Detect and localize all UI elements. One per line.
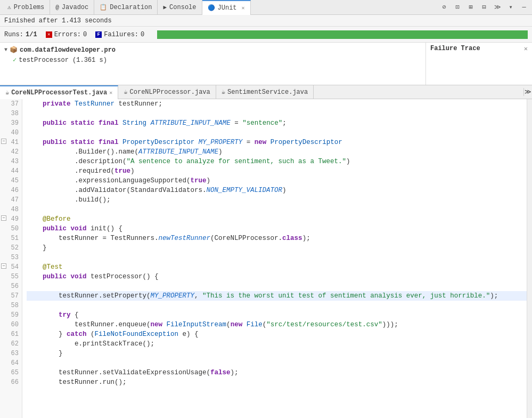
toolbar-overflow[interactable]: ≫ [492, 2, 503, 13]
tab-junit-close[interactable]: ✕ [242, 5, 245, 11]
code-line-62: e.printStackTrace(); [27, 339, 527, 349]
test-panel: ▼ 📦 com.dataflowdeveloper.pro ✓ testProc… [0, 43, 532, 85]
panel-close-icon[interactable]: ✕ [524, 45, 528, 53]
collapse-41[interactable]: − [1, 139, 6, 144]
code-line-40 [27, 128, 527, 138]
console-icon: ▶ [163, 4, 167, 11]
error-icon: ✕ [46, 31, 52, 38]
editor-tab-sentiment[interactable]: ☕ SentimentService.java [216, 85, 314, 99]
errors-value: 0 [83, 31, 87, 38]
tab-javadoc-label: Javadoc [62, 4, 88, 11]
tree-root-label: com.dataflowdeveloper.pro [20, 46, 116, 54]
code-line-43: .description("A sentence to analyze for … [27, 157, 527, 166]
errors-result: ✕ Errors: 0 [46, 31, 87, 38]
tab-problems[interactable]: ⚠ Problems [2, 0, 50, 15]
tab-declaration[interactable]: 📋 Declaration [94, 0, 158, 15]
ln-51: 51 [0, 234, 19, 243]
editor-scrollbar[interactable] [527, 99, 532, 418]
failures-result: F Failures: 0 [95, 31, 144, 38]
code-line-45: .expressionLanguageSupported(true) [27, 176, 527, 186]
code-line-63: } [27, 349, 527, 358]
ln-42: 42 [0, 147, 19, 157]
ln-47: 47 [0, 195, 19, 205]
ln-61: 61 [0, 329, 19, 339]
ln-57: 57 [0, 291, 19, 301]
editor-tab-corenlptest[interactable]: ☕ CoreNLPProcessorTest.java ✕ [0, 85, 118, 99]
toolbar-minimize[interactable]: — [518, 2, 530, 13]
code-line-42: .Builder().name(ATTRIBUTE_INPUT_NAME) [27, 147, 527, 157]
code-line-56 [27, 282, 527, 291]
toolbar-icons: ⊘ ⊡ ⊞ ⊟ ≫ ▾ — [438, 2, 530, 13]
code-line-57: testRunner.setProperty(MY_PROPERTY, "Thi… [27, 291, 527, 301]
tab-console[interactable]: ▶ Console [158, 0, 202, 15]
declaration-icon: 📋 [100, 4, 107, 11]
code-line-50: public void init() { [27, 224, 527, 234]
code-line-54: @Test [27, 262, 527, 272]
toolbar-btn-3[interactable]: ⊞ [465, 2, 477, 13]
code-line-41: public static final PropertyDescriptor M… [27, 138, 527, 147]
toolbar-dropdown[interactable]: ▾ [505, 2, 517, 13]
ln-41: − 41 [0, 138, 19, 147]
ln-44: 44 [0, 166, 19, 176]
javadoc-icon: @ [55, 4, 59, 11]
ln-59: 59 [0, 310, 19, 320]
toolbar-btn-2[interactable]: ⊡ [452, 2, 463, 13]
code-line-58 [27, 301, 527, 310]
code-line-48 [27, 205, 527, 214]
tab-problems-label: Problems [14, 4, 45, 11]
runs-label: Runs: [4, 31, 23, 38]
failure-trace-label: Failure Trace [430, 45, 480, 52]
ln-63: 63 [0, 349, 19, 358]
ln-56: 56 [0, 282, 19, 291]
editor-tab-corenlp[interactable]: ☕ CoreNLPProcessor.java [118, 85, 216, 99]
editor-tab-close-test[interactable]: ✕ [109, 90, 112, 96]
collapse-49[interactable]: − [1, 215, 6, 221]
ln-55: 55 [0, 272, 19, 282]
runs-result: Runs: 1/1 [4, 31, 37, 38]
code-line-52: } [27, 243, 527, 253]
tab-declaration-label: Declaration [110, 4, 152, 11]
code-line-46: .addValidator(StandardValidators.NON_EMP… [27, 186, 527, 195]
test-tree: ▼ 📦 com.dataflowdeveloper.pro ✓ testProc… [0, 43, 425, 85]
code-line-66: testRunner.run(); [27, 377, 527, 387]
code-line-37: private TestRunner testRunner; [27, 99, 527, 109]
ln-39: 39 [0, 118, 19, 128]
status-bar: Finished after 1.413 seconds [0, 15, 532, 27]
code-line-59: try { [27, 310, 527, 320]
collapse-icon[interactable]: ▼ [4, 47, 7, 53]
editor-tab-icon-proc: ☕ [124, 88, 127, 96]
code-area: 37 38 39 40 − 41 42 43 44 45 46 47 48 − … [0, 99, 532, 418]
ln-65: 65 [0, 368, 19, 377]
tab-javadoc[interactable]: @ Javadoc [50, 0, 94, 15]
runs-value: 1/1 [26, 31, 37, 38]
editor-tab-overflow[interactable]: ≫ [523, 88, 532, 96]
tree-root-icon: 📦 [10, 46, 18, 54]
tree-root[interactable]: ▼ 📦 com.dataflowdeveloper.pro [0, 45, 425, 55]
ln-37: 37 [0, 99, 19, 109]
editor-tab-label-test: CoreNLPProcessorTest.java [11, 89, 107, 97]
tree-child-testprocessor[interactable]: ✓ testProcessor (1.361 s) [0, 55, 425, 65]
collapse-54[interactable]: − [1, 263, 6, 269]
tab-console-label: Console [169, 4, 196, 11]
code-content[interactable]: private TestRunner testRunner; public st… [22, 99, 527, 418]
tab-junit-label: JUnit [218, 4, 237, 12]
code-line-64 [27, 358, 527, 368]
failure-icon: F [95, 31, 102, 38]
status-text: Finished after 1.413 seconds [4, 17, 112, 25]
ln-49: − 49 [0, 214, 19, 224]
tab-junit[interactable]: 🔵 JUnit ✕ [202, 0, 251, 15]
code-line-51: testRunner = TestRunners.newTestRunner(C… [27, 234, 527, 243]
editor-tab-label-proc: CoreNLPProcessor.java [130, 89, 210, 96]
results-bar: Runs: 1/1 ✕ Errors: 0 F Failures: 0 [0, 27, 532, 43]
ln-46: 46 [0, 186, 19, 195]
ln-64: 64 [0, 358, 19, 368]
code-line-39: public static final String ATTRIBUTE_INP… [27, 118, 527, 128]
code-line-47: .build(); [27, 195, 527, 205]
ln-38: 38 [0, 109, 19, 118]
code-line-49: @Before [27, 214, 527, 224]
test-pass-icon: ✓ [13, 56, 17, 64]
failures-value: 0 [141, 31, 144, 38]
toolbar-btn-4[interactable]: ⊟ [478, 2, 490, 13]
toolbar-btn-1[interactable]: ⊘ [438, 2, 450, 13]
problems-icon: ⚠ [7, 4, 11, 11]
